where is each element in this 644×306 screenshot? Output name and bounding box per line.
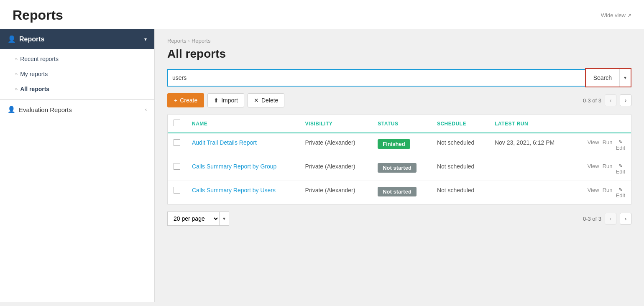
breadcrumb: Reports › Reports	[167, 38, 631, 44]
col-name: NAME	[186, 115, 299, 133]
search-input-wrap	[167, 69, 585, 87]
footer-bar: 20 per page 50 per page 100 per page ▾ 0…	[167, 212, 631, 226]
footer-pagination-next-button[interactable]: ›	[620, 213, 631, 224]
reports-table: NAME VISIBILITY STATUS SCHEDULE LATEST R…	[168, 115, 631, 204]
row1-view-link[interactable]: View	[588, 139, 599, 145]
row2-view-link[interactable]: View	[588, 163, 599, 169]
main-layout: 👤 Reports ▾ » Recent reports » My report…	[0, 29, 644, 302]
sidebar-item-my-reports[interactable]: » My reports	[0, 66, 154, 82]
row1-status-badge: Finished	[378, 139, 410, 149]
row1-schedule: Not scheduled	[437, 139, 475, 146]
col-visibility: VISIBILITY	[299, 115, 372, 133]
row1-edit-link[interactable]: Edit	[616, 145, 625, 151]
row2-status-badge: Not started	[378, 163, 417, 173]
row3-run-link[interactable]: Run	[603, 187, 613, 193]
table-row: Calls Summary Report by Users Private (A…	[168, 181, 631, 205]
sidebar-section2-header[interactable]: 👤 Evaluation Reports ‹	[0, 99, 154, 119]
table-header-row: NAME VISIBILITY STATUS SCHEDULE LATEST R…	[168, 115, 631, 133]
pagination-info: 0-3 of 3	[583, 97, 601, 104]
main-content: Reports › Reports All reports Search ▾ +…	[155, 29, 644, 302]
row2-checkbox-cell	[168, 157, 186, 181]
row2-run-link[interactable]: Run	[603, 163, 613, 169]
plus-icon: +	[174, 97, 177, 104]
row2-actions: View Run ✎ Edit	[579, 163, 625, 175]
footer-right: 0-3 of 3 ‹ ›	[583, 213, 631, 224]
sidebar: 👤 Reports ▾ » Recent reports » My report…	[0, 29, 155, 302]
wide-view-button[interactable]: Wide view ↗	[601, 12, 631, 18]
row1-checkbox[interactable]	[174, 139, 180, 146]
row2-schedule-cell: Not scheduled	[431, 157, 489, 181]
row3-schedule: Not scheduled	[437, 187, 475, 194]
row3-latest-run-cell	[489, 181, 573, 205]
table-row: Calls Summary Report by Group Private (A…	[168, 157, 631, 181]
row3-view-link[interactable]: View	[588, 187, 599, 193]
col-latest-run: LATEST RUN	[489, 115, 573, 133]
breadcrumb-reports-link[interactable]: Reports	[167, 38, 187, 44]
search-dropdown-button[interactable]: ▾	[620, 69, 631, 87]
chevron-down-icon: ▾	[144, 36, 147, 42]
search-button-wrap: Search ▾	[585, 68, 631, 87]
row1-name-cell: Audit Trail Details Report	[186, 133, 299, 157]
toolbar-left: + Create ⬆ Import ✕ Delete	[167, 93, 284, 107]
double-chevron-icon: »	[15, 71, 18, 76]
person-icon: 👤	[8, 35, 16, 43]
reports-table-wrap: NAME VISIBILITY STATUS SCHEDULE LATEST R…	[167, 114, 631, 205]
row2-checkbox[interactable]	[174, 163, 180, 170]
double-chevron-icon: »	[15, 87, 18, 92]
sidebar-item-recent-reports[interactable]: » Recent reports	[0, 51, 154, 66]
row3-actions-cell: View Run ✎ Edit	[573, 181, 631, 205]
person-icon-2: 👤	[8, 106, 15, 113]
row1-name-link[interactable]: Audit Trail Details Report	[192, 139, 294, 146]
row3-visibility-cell: Private (Alexander)	[299, 181, 372, 205]
row2-status-cell: Not started	[372, 157, 431, 181]
col-actions	[573, 115, 631, 133]
per-page-dropdown-button[interactable]: ▾	[219, 212, 229, 226]
col-status: STATUS	[372, 115, 431, 133]
footer-pagination-info: 0-3 of 3	[583, 216, 601, 222]
row1-status-cell: Finished	[372, 133, 431, 157]
search-input[interactable]	[172, 74, 581, 81]
sidebar-section-reports: 👤 Reports ▾ » Recent reports » My report…	[0, 29, 154, 119]
row2-visibility: Private (Alexander)	[305, 163, 355, 170]
row3-status-cell: Not started	[372, 181, 431, 205]
row3-edit-link[interactable]: Edit	[616, 192, 625, 199]
row1-run-link[interactable]: Run	[603, 139, 613, 145]
sidebar-item-all-reports[interactable]: » All reports	[0, 82, 154, 97]
col-schedule: SCHEDULE	[431, 115, 489, 133]
row1-visibility-cell: Private (Alexander)	[299, 133, 372, 157]
row1-actions-cell: View Run ✎ Edit	[573, 133, 631, 157]
sidebar-nav: » Recent reports » My reports » All repo…	[0, 49, 154, 99]
pagination-prev-button[interactable]: ‹	[605, 94, 616, 106]
sidebar-section-header[interactable]: 👤 Reports ▾	[0, 29, 154, 49]
import-button[interactable]: ⬆ Import	[207, 93, 244, 107]
edit-icon-3: ✎	[618, 187, 622, 192]
edit-icon-2: ✎	[618, 163, 622, 168]
breadcrumb-current: Reports	[192, 38, 211, 44]
times-icon: ✕	[254, 97, 259, 104]
row2-latest-run-cell	[489, 157, 573, 181]
row2-edit-link[interactable]: Edit	[616, 168, 625, 175]
toolbar: + Create ⬆ Import ✕ Delete 0-3 of 3 ‹ ›	[167, 93, 631, 107]
select-all-checkbox[interactable]	[174, 120, 180, 126]
row2-actions-cell: View Run ✎ Edit	[573, 157, 631, 181]
search-row: Search ▾	[167, 68, 631, 87]
delete-button[interactable]: ✕ Delete	[248, 93, 284, 107]
edit-icon: ✎	[618, 139, 622, 145]
per-page-wrap: 20 per page 50 per page 100 per page ▾	[167, 212, 229, 226]
per-page-select[interactable]: 20 per page 50 per page 100 per page	[167, 212, 219, 226]
page-header: Reports Wide view ↗	[0, 0, 644, 29]
footer-pagination-prev-button[interactable]: ‹	[605, 213, 616, 224]
pagination-next-button[interactable]: ›	[620, 94, 631, 106]
row3-name-cell: Calls Summary Report by Users	[186, 181, 299, 205]
row1-schedule-cell: Not scheduled	[431, 133, 489, 157]
row3-actions: View Run ✎ Edit	[579, 187, 625, 199]
row1-actions: View Run ✎ Edit	[579, 139, 625, 151]
row3-name-link[interactable]: Calls Summary Report by Users	[192, 187, 294, 194]
row3-checkbox[interactable]	[174, 187, 180, 194]
row2-name-link[interactable]: Calls Summary Report by Group	[192, 163, 294, 170]
create-button[interactable]: + Create	[167, 93, 204, 107]
search-button[interactable]: Search	[586, 69, 620, 87]
upload-icon: ⬆	[214, 97, 219, 104]
toolbar-right: 0-3 of 3 ‹ ›	[583, 94, 631, 106]
row3-status-badge: Not started	[378, 187, 417, 196]
